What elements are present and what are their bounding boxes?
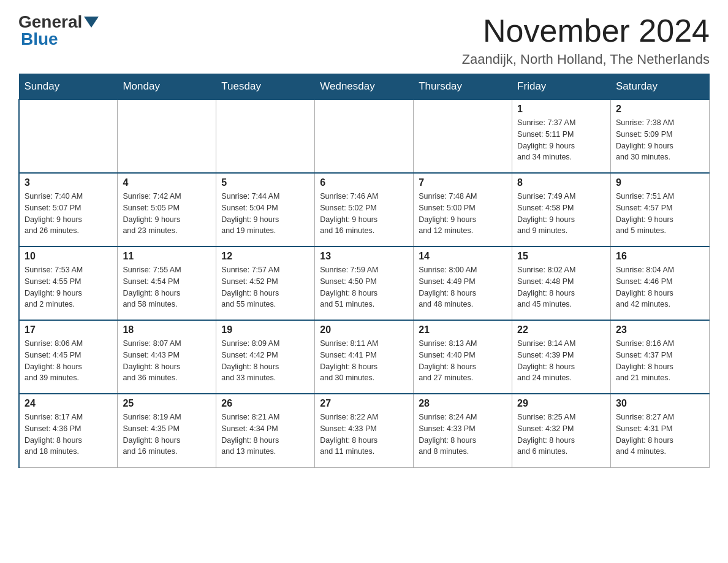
day-info: Sunrise: 7:59 AM Sunset: 4:50 PM Dayligh…: [320, 264, 408, 310]
calendar-cell: [118, 99, 216, 173]
day-info: Sunrise: 8:00 AM Sunset: 4:49 PM Dayligh…: [419, 264, 507, 310]
calendar-cell: 30Sunrise: 8:27 AM Sunset: 4:31 PM Dayli…: [611, 394, 710, 467]
calendar-cell: 15Sunrise: 8:02 AM Sunset: 4:48 PM Dayli…: [512, 247, 611, 320]
week-row-2: 3Sunrise: 7:40 AM Sunset: 5:07 PM Daylig…: [19, 173, 710, 247]
day-number: 20: [320, 324, 408, 335]
calendar-cell: 22Sunrise: 8:14 AM Sunset: 4:39 PM Dayli…: [512, 320, 611, 394]
calendar-cell: 20Sunrise: 8:11 AM Sunset: 4:41 PM Dayli…: [315, 320, 414, 394]
calendar-cell: 14Sunrise: 8:00 AM Sunset: 4:49 PM Dayli…: [414, 247, 512, 320]
week-row-4: 17Sunrise: 8:06 AM Sunset: 4:45 PM Dayli…: [19, 320, 710, 394]
calendar-header-sunday: Sunday: [19, 74, 118, 100]
calendar-cell: 3Sunrise: 7:40 AM Sunset: 5:07 PM Daylig…: [19, 173, 118, 247]
calendar-cell: [414, 99, 512, 173]
day-info: Sunrise: 8:02 AM Sunset: 4:48 PM Dayligh…: [517, 264, 605, 310]
day-number: 29: [517, 398, 605, 409]
day-number: 12: [221, 251, 309, 262]
logo-arrow-icon: [84, 17, 99, 28]
day-info: Sunrise: 7:49 AM Sunset: 4:58 PM Dayligh…: [517, 191, 605, 237]
day-info: Sunrise: 7:42 AM Sunset: 5:05 PM Dayligh…: [123, 191, 211, 237]
day-number: 13: [320, 251, 408, 262]
calendar-cell: 9Sunrise: 7:51 AM Sunset: 4:57 PM Daylig…: [611, 173, 710, 247]
calendar-cell: 18Sunrise: 8:07 AM Sunset: 4:43 PM Dayli…: [118, 320, 216, 394]
day-info: Sunrise: 8:17 AM Sunset: 4:36 PM Dayligh…: [25, 412, 112, 458]
calendar-cell: 13Sunrise: 7:59 AM Sunset: 4:50 PM Dayli…: [315, 247, 414, 320]
day-info: Sunrise: 8:25 AM Sunset: 4:32 PM Dayligh…: [517, 412, 605, 458]
calendar-cell: 4Sunrise: 7:42 AM Sunset: 5:05 PM Daylig…: [118, 173, 216, 247]
day-info: Sunrise: 7:57 AM Sunset: 4:52 PM Dayligh…: [221, 264, 309, 310]
day-info: Sunrise: 7:51 AM Sunset: 4:57 PM Dayligh…: [616, 191, 704, 237]
day-number: 9: [616, 177, 704, 188]
page-header: General Blue November 2024 Zaandijk, Nor…: [18, 12, 710, 67]
calendar-cell: 24Sunrise: 8:17 AM Sunset: 4:36 PM Dayli…: [19, 394, 118, 467]
day-number: 7: [419, 177, 507, 188]
calendar-cell: 5Sunrise: 7:44 AM Sunset: 5:04 PM Daylig…: [216, 173, 315, 247]
day-info: Sunrise: 8:04 AM Sunset: 4:46 PM Dayligh…: [616, 264, 704, 310]
calendar-cell: 6Sunrise: 7:46 AM Sunset: 5:02 PM Daylig…: [315, 173, 414, 247]
day-info: Sunrise: 8:13 AM Sunset: 4:40 PM Dayligh…: [419, 338, 507, 384]
calendar-cell: 2Sunrise: 7:38 AM Sunset: 5:09 PM Daylig…: [611, 99, 710, 173]
calendar-cell: [19, 99, 118, 173]
day-number: 8: [517, 177, 605, 188]
calendar-header-row: SundayMondayTuesdayWednesdayThursdayFrid…: [19, 74, 710, 100]
day-info: Sunrise: 8:21 AM Sunset: 4:34 PM Dayligh…: [221, 412, 309, 458]
calendar-cell: 25Sunrise: 8:19 AM Sunset: 4:35 PM Dayli…: [118, 394, 216, 467]
day-number: 25: [123, 398, 211, 409]
calendar-cell: 23Sunrise: 8:16 AM Sunset: 4:37 PM Dayli…: [611, 320, 710, 394]
week-row-5: 24Sunrise: 8:17 AM Sunset: 4:36 PM Dayli…: [19, 394, 710, 467]
day-info: Sunrise: 7:40 AM Sunset: 5:07 PM Dayligh…: [25, 191, 112, 237]
day-info: Sunrise: 7:37 AM Sunset: 5:11 PM Dayligh…: [517, 117, 605, 163]
day-number: 11: [123, 251, 211, 262]
calendar-cell: 10Sunrise: 7:53 AM Sunset: 4:55 PM Dayli…: [19, 247, 118, 320]
title-section: November 2024 Zaandijk, North Holland, T…: [462, 12, 710, 67]
day-number: 27: [320, 398, 408, 409]
day-number: 14: [419, 251, 507, 262]
calendar-cell: 26Sunrise: 8:21 AM Sunset: 4:34 PM Dayli…: [216, 394, 315, 467]
day-info: Sunrise: 7:46 AM Sunset: 5:02 PM Dayligh…: [320, 191, 408, 237]
calendar-cell: 21Sunrise: 8:13 AM Sunset: 4:40 PM Dayli…: [414, 320, 512, 394]
calendar-cell: 8Sunrise: 7:49 AM Sunset: 4:58 PM Daylig…: [512, 173, 611, 247]
day-number: 17: [25, 324, 112, 335]
calendar-table: SundayMondayTuesdayWednesdayThursdayFrid…: [18, 74, 710, 468]
week-row-3: 10Sunrise: 7:53 AM Sunset: 4:55 PM Dayli…: [19, 247, 710, 320]
calendar-cell: 12Sunrise: 7:57 AM Sunset: 4:52 PM Dayli…: [216, 247, 315, 320]
location-title: Zaandijk, North Holland, The Netherlands: [462, 52, 710, 67]
calendar-cell: [315, 99, 414, 173]
day-number: 1: [517, 104, 605, 115]
day-number: 26: [221, 398, 309, 409]
day-info: Sunrise: 8:16 AM Sunset: 4:37 PM Dayligh…: [616, 338, 704, 384]
week-row-1: 1Sunrise: 7:37 AM Sunset: 5:11 PM Daylig…: [19, 99, 710, 173]
day-number: 2: [616, 104, 704, 115]
day-number: 28: [419, 398, 507, 409]
day-info: Sunrise: 8:22 AM Sunset: 4:33 PM Dayligh…: [320, 412, 408, 458]
day-info: Sunrise: 8:06 AM Sunset: 4:45 PM Dayligh…: [25, 338, 112, 384]
day-info: Sunrise: 8:24 AM Sunset: 4:33 PM Dayligh…: [419, 412, 507, 458]
calendar-header-friday: Friday: [512, 74, 611, 100]
calendar-cell: 27Sunrise: 8:22 AM Sunset: 4:33 PM Dayli…: [315, 394, 414, 467]
day-info: Sunrise: 8:27 AM Sunset: 4:31 PM Dayligh…: [616, 412, 704, 458]
day-number: 4: [123, 177, 211, 188]
day-info: Sunrise: 8:19 AM Sunset: 4:35 PM Dayligh…: [123, 412, 211, 458]
day-number: 16: [616, 251, 704, 262]
day-number: 21: [419, 324, 507, 335]
calendar-cell: [216, 99, 315, 173]
logo-blue-text: Blue: [18, 29, 58, 49]
calendar-cell: 28Sunrise: 8:24 AM Sunset: 4:33 PM Dayli…: [414, 394, 512, 467]
calendar-cell: 1Sunrise: 7:37 AM Sunset: 5:11 PM Daylig…: [512, 99, 611, 173]
calendar-cell: 29Sunrise: 8:25 AM Sunset: 4:32 PM Dayli…: [512, 394, 611, 467]
calendar-cell: 19Sunrise: 8:09 AM Sunset: 4:42 PM Dayli…: [216, 320, 315, 394]
calendar-cell: 7Sunrise: 7:48 AM Sunset: 5:00 PM Daylig…: [414, 173, 512, 247]
logo: General Blue: [18, 12, 100, 49]
day-number: 19: [221, 324, 309, 335]
day-info: Sunrise: 7:44 AM Sunset: 5:04 PM Dayligh…: [221, 191, 309, 237]
calendar-header-saturday: Saturday: [611, 74, 710, 100]
calendar-header-tuesday: Tuesday: [216, 74, 315, 100]
calendar-header-wednesday: Wednesday: [315, 74, 414, 100]
day-number: 22: [517, 324, 605, 335]
day-number: 5: [221, 177, 309, 188]
day-info: Sunrise: 7:53 AM Sunset: 4:55 PM Dayligh…: [25, 264, 112, 310]
day-info: Sunrise: 8:11 AM Sunset: 4:41 PM Dayligh…: [320, 338, 408, 384]
month-title: November 2024: [462, 12, 710, 49]
calendar-cell: 11Sunrise: 7:55 AM Sunset: 4:54 PM Dayli…: [118, 247, 216, 320]
day-info: Sunrise: 7:48 AM Sunset: 5:00 PM Dayligh…: [419, 191, 507, 237]
day-number: 30: [616, 398, 704, 409]
